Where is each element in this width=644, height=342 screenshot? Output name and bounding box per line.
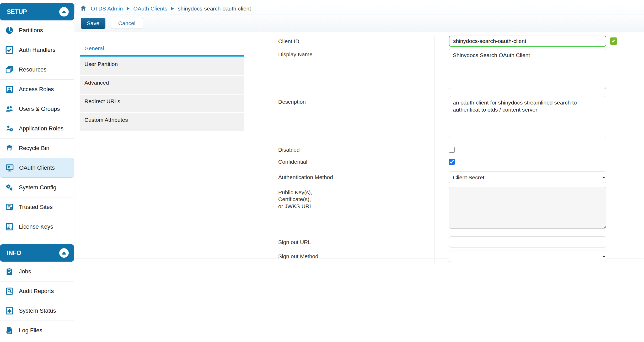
oauth-clients-icon bbox=[5, 163, 14, 173]
home-icon[interactable] bbox=[80, 5, 87, 13]
jobs-icon bbox=[5, 267, 14, 276]
audit-reports-icon bbox=[5, 286, 14, 296]
sidebar-item-trusted-sites[interactable]: Trusted Sites bbox=[0, 197, 74, 217]
setup-nav: Partitions Auth Handlers Resources Acces… bbox=[0, 20, 74, 236]
main-area: OTDS Admin OAuth Clients shinydocs-searc… bbox=[74, 0, 644, 342]
cancel-button[interactable]: Cancel bbox=[111, 18, 143, 29]
collapse-setup-button[interactable] bbox=[59, 7, 69, 16]
otds-admin-page: SETUP Partitions Auth Handlers bbox=[0, 0, 644, 342]
tab-user-partition[interactable]: User Partition bbox=[80, 57, 244, 75]
sidebar-item-recycle-bin[interactable]: Recycle Bin bbox=[0, 138, 74, 158]
sidebar: SETUP Partitions Auth Handlers bbox=[0, 0, 74, 342]
content-panel: General User Partition Advanced Redirect… bbox=[74, 32, 644, 258]
sidebar-item-users-groups[interactable]: Users & Groups bbox=[0, 99, 74, 119]
info-nav: Jobs Audit Reports System Status Log Log… bbox=[0, 262, 74, 340]
sidebar-item-resources[interactable]: Resources bbox=[0, 60, 74, 79]
breadcrumb: OTDS Admin OAuth Clients shinydocs-searc… bbox=[74, 3, 644, 14]
breadcrumb-current: shinydocs-search-oauth-client bbox=[178, 5, 251, 12]
sidebar-item-label: Access Roles bbox=[19, 86, 54, 93]
disabled-checkbox[interactable] bbox=[449, 147, 455, 153]
sidebar-section-info[interactable]: INFO bbox=[0, 244, 74, 262]
tab-redirect-urls[interactable]: Redirect URLs bbox=[80, 95, 244, 112]
sidebar-item-label: Application Roles bbox=[19, 125, 63, 132]
confidential-checkbox[interactable] bbox=[449, 159, 455, 165]
system-status-icon bbox=[5, 306, 14, 316]
users-groups-icon bbox=[5, 104, 14, 114]
sign-out-url-input[interactable] bbox=[449, 236, 606, 247]
disabled-label: Disabled bbox=[278, 145, 434, 157]
sign-out-method-label: Sign out Method bbox=[278, 251, 434, 264]
public-keys-label: Public Key(s), Certificate(s), or JWKS U… bbox=[278, 187, 434, 236]
sidebar-item-license-keys[interactable]: License Keys bbox=[0, 217, 74, 236]
sidebar-item-label: Jobs bbox=[19, 268, 31, 275]
action-toolbar: Save Cancel bbox=[74, 14, 644, 32]
oauth-client-form: Client ID ✔ Display Name Shinydocs Searc… bbox=[278, 32, 644, 258]
sidebar-item-jobs[interactable]: Jobs bbox=[0, 262, 74, 281]
client-id-label: Client ID bbox=[278, 36, 434, 49]
sidebar-item-label: License Keys bbox=[19, 223, 53, 230]
description-label: Description bbox=[278, 96, 434, 145]
sidebar-item-auth-handlers[interactable]: Auth Handlers bbox=[0, 40, 74, 60]
tab-custom-attributes[interactable]: Custom Attributes bbox=[80, 113, 244, 131]
public-keys-textarea[interactable] bbox=[449, 187, 606, 229]
sidebar-item-label: Users & Groups bbox=[19, 106, 60, 112]
chevron-up-icon bbox=[62, 10, 66, 13]
resources-icon bbox=[5, 65, 14, 74]
partitions-icon bbox=[5, 26, 14, 35]
breadcrumb-link-otds-admin[interactable]: OTDS Admin bbox=[91, 5, 123, 12]
sidebar-item-system-status[interactable]: System Status bbox=[0, 301, 74, 321]
tab-list: General User Partition Advanced Redirect… bbox=[80, 32, 244, 258]
sidebar-item-access-roles[interactable]: Access Roles bbox=[0, 79, 74, 99]
client-id-input[interactable] bbox=[449, 36, 606, 47]
trusted-sites-icon bbox=[5, 202, 14, 212]
sidebar-item-label: Resources bbox=[19, 66, 46, 73]
active-tab-underline bbox=[80, 55, 244, 57]
collapse-info-button[interactable] bbox=[59, 248, 69, 258]
authentication-method-label: Authentication Method bbox=[278, 172, 434, 187]
sidebar-item-system-config[interactable]: System Config bbox=[0, 178, 74, 197]
sidebar-item-label: OAuth Clients bbox=[19, 164, 55, 171]
svg-text:Log: Log bbox=[7, 331, 10, 333]
setup-section-title: SETUP bbox=[7, 8, 27, 15]
sidebar-item-label: Auth Handlers bbox=[19, 47, 55, 53]
tab-advanced[interactable]: Advanced bbox=[80, 76, 244, 94]
application-roles-icon bbox=[5, 124, 14, 133]
sidebar-item-audit-reports[interactable]: Audit Reports bbox=[0, 281, 74, 301]
sidebar-item-oauth-clients[interactable]: OAuth Clients bbox=[0, 158, 74, 178]
breadcrumb-link-oauth-clients[interactable]: OAuth Clients bbox=[133, 5, 168, 12]
description-textarea[interactable]: an oauth client for shinydocs streamline… bbox=[449, 96, 606, 138]
sidebar-item-label: Recycle Bin bbox=[19, 145, 49, 152]
license-keys-icon bbox=[5, 222, 14, 231]
save-button[interactable]: Save bbox=[81, 18, 105, 29]
valid-check-icon: ✔ bbox=[610, 37, 617, 45]
sidebar-section-setup[interactable]: SETUP bbox=[0, 3, 74, 20]
auth-handlers-icon bbox=[5, 45, 14, 55]
breadcrumb-arrow-icon bbox=[171, 7, 174, 10]
confidential-label: Confidential bbox=[278, 157, 434, 172]
recycle-bin-icon bbox=[5, 144, 14, 153]
sidebar-item-log-files[interactable]: Log Log Files bbox=[0, 321, 74, 340]
display-name-textarea[interactable]: Shinydocs Search OAuth Client bbox=[449, 49, 606, 89]
sidebar-item-application-roles[interactable]: Application Roles bbox=[0, 119, 74, 138]
sidebar-item-label: System Config bbox=[19, 184, 56, 191]
sign-out-method-select[interactable] bbox=[449, 251, 606, 262]
system-config-icon bbox=[5, 183, 14, 192]
info-section-title: INFO bbox=[7, 250, 21, 257]
chevron-up-icon bbox=[62, 251, 66, 255]
breadcrumb-arrow-icon bbox=[127, 7, 130, 10]
sidebar-item-label: Trusted Sites bbox=[19, 204, 53, 211]
sign-out-url-label: Sign out URL bbox=[278, 236, 434, 251]
sidebar-item-label: Partitions bbox=[19, 27, 43, 34]
sidebar-item-label: System Status bbox=[19, 307, 56, 314]
tab-general[interactable]: General bbox=[80, 43, 244, 55]
log-files-icon: Log bbox=[5, 326, 14, 335]
authentication-method-select[interactable]: Client Secret bbox=[449, 172, 606, 183]
access-roles-icon bbox=[5, 85, 14, 94]
display-name-label: Display Name bbox=[278, 49, 434, 96]
sidebar-item-label: Audit Reports bbox=[19, 288, 54, 295]
sidebar-item-partitions[interactable]: Partitions bbox=[0, 20, 74, 40]
sidebar-item-label: Log Files bbox=[19, 327, 42, 334]
